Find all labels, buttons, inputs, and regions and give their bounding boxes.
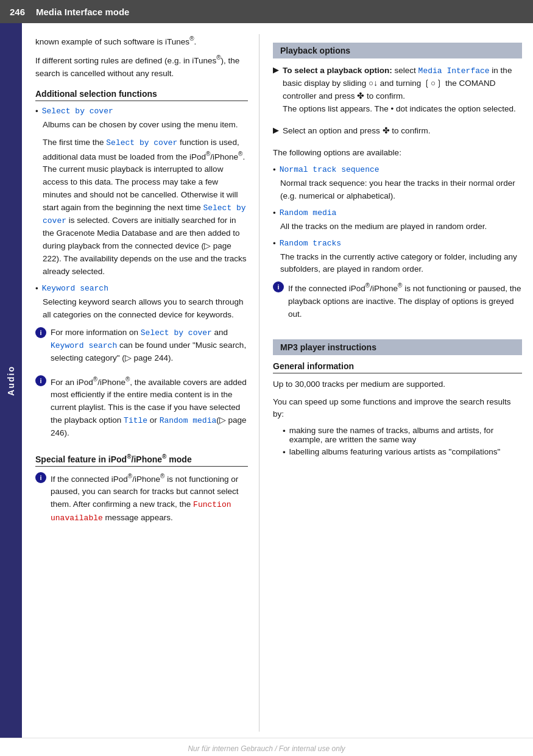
- info-text-2: For an iPod®/iPhone®, the available cove…: [51, 375, 248, 440]
- info-text-1: For more information on Select by cover …: [51, 327, 248, 365]
- bullet-dot-6: •: [283, 426, 286, 436]
- page-body: Audio known example of such software is …: [0, 23, 533, 738]
- playback-arrow-2: ▶ Select an option and press ✤ to confir…: [273, 125, 522, 143]
- page-header: 246 Media Interface mode: [0, 0, 533, 23]
- sidebar: Audio: [0, 23, 22, 738]
- random-tracks-code: Random tracks: [280, 239, 341, 248]
- mp3-bullet-2: • labelling albums featuring various art…: [283, 447, 522, 457]
- main-content: known example of such software is iTunes…: [22, 23, 533, 738]
- info-icon-1: i: [35, 327, 46, 338]
- info-icon-4: i: [273, 281, 284, 292]
- normal-track-text: Normal track sequence: you hear the trac…: [280, 177, 522, 203]
- intro-para-1: known example of such software is iTunes…: [35, 34, 248, 48]
- mp3-instructions-label: MP3 player instructions: [280, 342, 376, 352]
- keyword-search-item: • Keyword search: [35, 283, 248, 293]
- arrow-icon-1: ▶: [273, 65, 279, 74]
- general-info-heading-text: General information: [273, 361, 354, 371]
- random-tracks-text: The tracks in the currently active categ…: [280, 251, 522, 277]
- mp3-bullet-1: • making sure the names of tracks, album…: [283, 426, 522, 444]
- mp3-bullet-2-text: labelling albums featuring various artis…: [289, 447, 501, 456]
- random-tracks-item: • Random tracks: [273, 238, 522, 248]
- mp3-instructions-section: MP3 player instructions: [273, 339, 522, 355]
- random-media-code: Random media: [280, 208, 337, 217]
- following-options-text: The following options are available:: [273, 147, 522, 160]
- page-footer: Nur für internen Gebrauch / For internal…: [0, 738, 533, 756]
- keyword-search-para: Selecting keyword search allows you to s…: [43, 296, 248, 322]
- playback-info-text: If the connected iPod®/iPhone® is not fu…: [288, 281, 522, 320]
- normal-track-sequence-item: • Normal track sequence: [273, 164, 522, 174]
- random-media-item: • Random media: [273, 208, 522, 217]
- info-icon-3: i: [35, 472, 46, 483]
- special-feature-info-box: i If the connected iPod®/iPhone® is not …: [35, 472, 248, 529]
- additional-selection-heading: Additional selection functions: [35, 89, 248, 101]
- right-column: Playback options ▶ To select a playback …: [259, 34, 533, 732]
- bullet-dot-7: •: [283, 448, 286, 457]
- playback-instruction-2: Select an option and press ✤ to confirm.: [283, 125, 430, 138]
- intro-para-2: If different sorting rules are defined (…: [35, 53, 248, 80]
- general-info-heading: General information: [273, 361, 522, 373]
- special-feature-info-text: If the connected iPod®/iPhone® is not fu…: [51, 472, 248, 525]
- bullet-dot-5: •: [273, 239, 276, 248]
- info-box-1: i For more information on Select by cove…: [35, 327, 248, 370]
- keyword-search-code: Keyword search: [42, 284, 108, 293]
- playback-options-label: Playback options: [280, 46, 350, 55]
- select-by-cover-para-2: The first time the Select by cover funct…: [43, 136, 248, 278]
- footer-text: Nur für internen Gebrauch / For internal…: [188, 744, 345, 753]
- normal-track-code: Normal track sequence: [280, 165, 379, 174]
- playback-options-section: Playback options: [273, 43, 522, 58]
- mp3-para-1: Up to 30,000 tracks per medium are suppo…: [273, 378, 522, 391]
- bullet-dot: •: [35, 107, 38, 116]
- mp3-bullet-1-text: making sure the names of tracks, albums …: [289, 426, 522, 444]
- random-media-text: All the tracks on the medium are played …: [280, 221, 522, 233]
- page-title: Media Interface mode: [36, 7, 129, 17]
- sidebar-label: Audio: [6, 366, 16, 396]
- select-by-cover-item: • Select by cover: [35, 106, 248, 116]
- left-column: known example of such software is iTunes…: [22, 34, 259, 732]
- arrow-icon-2: ▶: [273, 125, 279, 135]
- bullet-dot-4: •: [273, 208, 276, 217]
- mp3-para-2: You can speed up some functions and impr…: [273, 396, 522, 422]
- playback-info-box: i If the connected iPod®/iPhone® is not …: [273, 281, 522, 325]
- bullet-dot-3: •: [273, 165, 276, 174]
- special-feature-heading: Special feature in iPod®/iPhone® mode: [35, 453, 248, 467]
- select-by-cover-code: Select by cover: [42, 107, 113, 116]
- playback-arrow-1: ▶ To select a playback option: select Me…: [273, 65, 522, 121]
- info-icon-2: i: [35, 375, 46, 386]
- select-by-cover-para-1: Albums can be chosen by cover using the …: [43, 119, 248, 132]
- info-box-2: i For an iPod®/iPhone®, the available co…: [35, 375, 248, 445]
- bullet-dot-2: •: [35, 284, 38, 293]
- page-number: 246: [10, 7, 25, 17]
- playback-instruction-1: To select a playback option: select Medi…: [283, 65, 522, 116]
- special-feature-heading-text: Special feature in iPod®/iPhone® mode: [35, 454, 192, 464]
